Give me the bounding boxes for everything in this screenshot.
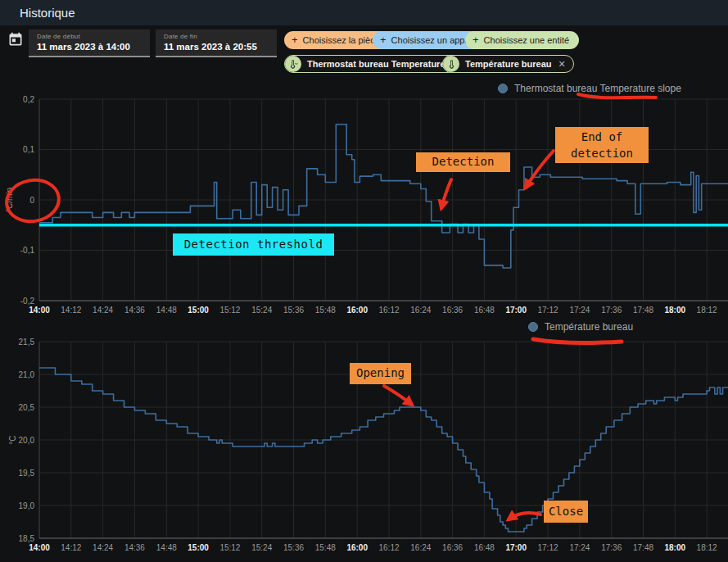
- annotation-end-line2: detection: [571, 145, 633, 161]
- x-tick-label: 17:00: [505, 543, 527, 552]
- y-tick-label: 21,0: [19, 370, 35, 379]
- y-tick-label: 0,2: [23, 95, 34, 104]
- annotation-detection: Detection: [416, 152, 510, 172]
- x-tick-label: 14:36: [124, 306, 145, 315]
- annotation-end-of-detection: End of detection: [555, 127, 649, 163]
- y-tick-label: 21,5: [19, 338, 35, 347]
- charts-canvas: 14:0014:1214:2414:3614:4815:0015:1215:24…: [0, 0, 728, 562]
- y-tick-label: 19,5: [19, 469, 35, 478]
- y-tick-label: 20,0: [19, 436, 35, 445]
- y-tick-label: 0: [29, 196, 34, 205]
- x-tick-label: 17:48: [633, 543, 653, 552]
- x-tick-label: 17:12: [537, 543, 558, 552]
- x-tick-label: 14:48: [156, 306, 177, 315]
- x-tick-label: 16:00: [346, 543, 368, 552]
- x-tick-label: 14:24: [93, 306, 113, 315]
- x-tick-label: 17:48: [633, 306, 653, 315]
- x-tick-label: 15:48: [315, 543, 336, 552]
- x-tick-label: 18:12: [697, 543, 717, 552]
- x-tick-label: 15:12: [219, 306, 240, 315]
- x-tick-label: 17:00: [505, 306, 527, 315]
- x-tick-label: 14:12: [61, 306, 81, 315]
- x-tick-label: 15:00: [188, 306, 209, 315]
- y-tick-label: 0,1: [23, 145, 34, 154]
- x-tick-label: 17:36: [601, 543, 622, 552]
- x-tick-label: 18:12: [697, 306, 717, 315]
- x-tick-label: 15:36: [283, 543, 304, 552]
- x-tick-label: 15:00: [188, 543, 209, 552]
- x-tick-label: 17:24: [569, 306, 590, 315]
- x-tick-label: 18:00: [665, 543, 686, 552]
- y-tick-label: -0,2: [20, 297, 35, 306]
- x-tick-label: 16:00: [346, 306, 368, 315]
- x-tick-label: 15:36: [283, 306, 304, 315]
- y-tick-label: 18,5: [19, 534, 35, 543]
- x-tick-label: 16:12: [378, 306, 399, 315]
- x-tick-label: 15:24: [251, 543, 272, 552]
- x-tick-label: 15:12: [219, 543, 240, 552]
- x-tick-label: 14:00: [29, 543, 50, 552]
- annotation-end-line1: End of: [581, 129, 623, 145]
- x-tick-label: 15:24: [251, 306, 272, 315]
- x-tick-label: 16:48: [474, 543, 495, 552]
- x-tick-label: 18:00: [665, 306, 686, 315]
- annotation-detection-threshold: Detection threshold: [173, 233, 334, 256]
- x-tick-label: 14:48: [156, 543, 177, 552]
- x-tick-label: 14:12: [61, 543, 81, 552]
- x-tick-label: 16:24: [410, 306, 431, 315]
- x-tick-label: 14:24: [93, 543, 113, 552]
- y-axis-unit: °C: [8, 435, 17, 444]
- x-tick-label: 14:00: [29, 306, 50, 315]
- x-tick-label: 14:36: [124, 543, 145, 552]
- y-tick-label: 19,0: [19, 501, 35, 510]
- y-tick-label: -0,1: [20, 246, 35, 255]
- x-tick-label: 17:24: [569, 543, 590, 552]
- x-tick-label: 16:12: [378, 543, 399, 552]
- x-tick-label: 17:36: [601, 306, 622, 315]
- annotation-opening: Opening: [350, 363, 411, 384]
- x-tick-label: 16:24: [410, 543, 431, 552]
- x-tick-label: 16:48: [474, 306, 495, 315]
- x-tick-label: 15:48: [315, 306, 336, 315]
- y-tick-label: 20,5: [19, 403, 35, 412]
- y-axis-unit: °C/min: [5, 188, 14, 212]
- x-tick-label: 17:12: [537, 306, 558, 315]
- x-tick-label: 16:36: [442, 306, 463, 315]
- x-tick-label: 16:36: [442, 543, 463, 552]
- annotation-close: Close: [544, 501, 588, 523]
